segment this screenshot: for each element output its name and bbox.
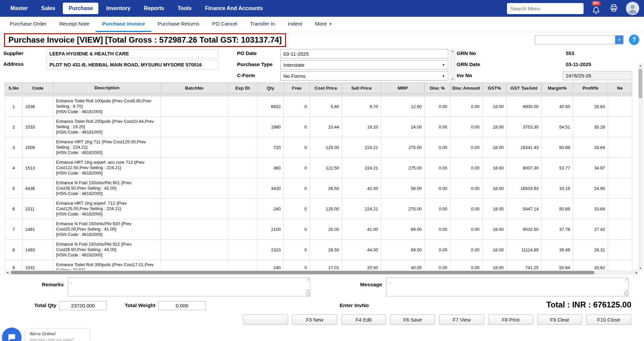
column-header-free[interactable]: Free	[284, 83, 310, 93]
column-header-margin[interactable]: Margin%	[542, 83, 573, 93]
table-row-2[interactable]: 21533Enhance Toilet Roll 200pulls {Prev …	[5, 117, 632, 137]
column-header-qty[interactable]: Qty	[258, 83, 284, 93]
column-header-profit[interactable]: Profit%	[573, 83, 608, 93]
cell-profit: 33.64	[573, 137, 608, 158]
user-avatar[interactable]	[626, 2, 639, 15]
topnav-item-sales[interactable]: Sales	[36, 3, 61, 14]
scroll-down-icon[interactable]: ▼	[625, 289, 628, 292]
column-header-exp[interactable]: Exp Dt	[228, 83, 258, 93]
subnav-item-indent[interactable]: Indent	[281, 17, 309, 32]
table-row-8[interactable]: 81493Enhance N Fold 150shts/Pkt 922 {Pre…	[5, 240, 632, 260]
column-header-gsttax[interactable]: GST TaxAmt	[507, 83, 542, 93]
table-row-1[interactable]: 11536Enhance Toilet Roll 100pulls {Prev …	[5, 96, 632, 117]
table-row-9[interactable]: 91532Enhance Toilet Roll 350pulls {Prev …	[5, 260, 632, 270]
dropdown-arrow-icon[interactable]: ▼	[615, 36, 623, 44]
column-header-sell[interactable]: Sell Price	[342, 83, 381, 93]
column-header-mrp[interactable]: MRP	[381, 83, 425, 93]
chat-widget-button[interactable]	[2, 328, 21, 341]
topnav-item-reports[interactable]: Reports	[138, 3, 170, 14]
cell-qty: 3430	[258, 178, 284, 199]
subnav-item-purchase-order[interactable]: Purchase Order	[3, 17, 53, 32]
form-scrollbar[interactable]: ▲ ▼	[450, 49, 455, 81]
column-header-discamt[interactable]: Disc Amount	[450, 83, 482, 93]
cell-net	[608, 117, 632, 137]
supplier-field[interactable]: LEEFA HYGIENE & HEALTH CARE	[46, 49, 218, 58]
blank-button[interactable]	[243, 314, 288, 325]
topnav-item-tools[interactable]: Tools	[172, 3, 197, 14]
scroll-up-icon[interactable]: ▲	[625, 278, 628, 281]
cell-batch	[161, 158, 228, 178]
chat-status-bubble: We're Online! How may I help you today?	[26, 329, 89, 341]
notifications-button[interactable]: 99+	[590, 1, 602, 16]
cell-sno: 1	[5, 96, 22, 117]
help-button[interactable]: ?	[629, 35, 639, 45]
column-header-disc[interactable]: Disc %	[425, 83, 450, 93]
f6-save-button[interactable]: F6 Save	[390, 314, 435, 325]
column-header-gst[interactable]: GST%	[482, 83, 507, 93]
address-field[interactable]: PLOT NO 431-B, HEBBAL MAIN ROAD, MYSURU …	[46, 60, 218, 69]
cell-sell: 224.21	[342, 199, 381, 219]
purchase-type-select[interactable]: Interstate ▼	[280, 60, 448, 69]
invoice-header-form: Supplier LEEFA HYGIENE & HEALTH CARE Add…	[0, 48, 644, 83]
column-header-net[interactable]: Ne	[608, 83, 632, 93]
table-row-4[interactable]: 41513Enhance HRT 1Kg w/perf. w/o core 71…	[5, 158, 632, 178]
f3-new-button[interactable]: F3 New	[292, 314, 337, 325]
scroll-up-icon[interactable]: ▲	[638, 63, 643, 68]
subnav-item-more[interactable]: More ▼	[309, 17, 338, 32]
remarks-textarea[interactable]: . ▲ ▼	[68, 278, 310, 296]
f10-close-button[interactable]: F10 Close	[586, 314, 631, 325]
topnav-item-purchase[interactable]: Purchase	[63, 3, 98, 14]
subnav-item-receipt-note[interactable]: Receipt Note	[53, 17, 96, 32]
table-row-5[interactable]: 54436Enhance N Fold 150shts/Pkt 901 {Pre…	[5, 178, 632, 199]
c-form-select[interactable]: No Forms ▼	[280, 71, 448, 81]
scroll-up-icon[interactable]: ▲	[451, 50, 454, 53]
search-menu-input[interactable]	[507, 3, 584, 14]
scroll-left-icon[interactable]: ◄	[5, 270, 10, 275]
table-vertical-scrollbar[interactable]: ▲ ▼	[638, 63, 643, 271]
resize-grip-icon[interactable]	[306, 292, 310, 296]
subnav-item-purchase-returns[interactable]: Purchase Returns	[151, 17, 206, 32]
subnav-item-transfer-in[interactable]: Transfer In	[244, 17, 281, 32]
topnav-item-finance-and-accounts[interactable]: Finance And Accounts	[199, 3, 268, 14]
cell-qty: 240	[258, 260, 284, 270]
scroll-down-icon[interactable]: ▼	[451, 78, 454, 81]
cell-discamt: 0.00	[450, 178, 482, 199]
cell-qty: 360	[258, 158, 284, 178]
f8-print-button[interactable]: F8 Print	[488, 314, 533, 325]
scroll-down-icon[interactable]: ▼	[307, 289, 309, 292]
message-textarea[interactable]: . ▲ ▼	[386, 278, 629, 296]
cell-discamt: 0.00	[450, 219, 482, 240]
vertical-scroll-thumb[interactable]	[639, 69, 642, 98]
scroll-right-icon[interactable]: ►	[634, 270, 639, 275]
cell-qty: 1980	[258, 117, 284, 137]
f4-edit-button[interactable]: F4 Edit	[341, 314, 386, 325]
column-header-code[interactable]: Code	[22, 83, 53, 93]
inv-no-input[interactable]: 2476/25-26	[563, 71, 632, 80]
cell-sno: 8	[5, 240, 22, 260]
invoice-select-dropdown[interactable]: ▼	[535, 35, 624, 44]
cell-profit: 34.97	[573, 158, 608, 178]
table-row-7[interactable]: 71491Enhance N Fold 150shts/Pkt 920 {Pre…	[5, 219, 632, 240]
table-row-3[interactable]: 31509Enhance HRT 1Kg 711 {Prev Cost125.0…	[5, 137, 632, 158]
f7-view-button[interactable]: F7 View	[439, 314, 484, 325]
horizontal-scroll-thumb[interactable]	[11, 271, 594, 274]
chat-greeting-text: How may I help you today?	[30, 338, 85, 341]
table-horizontal-scrollbar[interactable]: ◄ ►	[5, 270, 639, 275]
column-header-desc[interactable]: Description	[53, 83, 161, 93]
cell-profit: 28.31	[573, 240, 608, 260]
print-button[interactable]	[609, 3, 619, 13]
scroll-down-icon[interactable]: ▼	[638, 266, 643, 271]
subnav-item-po-cancel[interactable]: PO Cancel	[206, 17, 244, 32]
resize-grip-icon[interactable]	[624, 292, 628, 296]
topnav-item-master[interactable]: Master	[5, 3, 34, 14]
subnav-item-purchase-invoice[interactable]: Purchase Invoice	[96, 17, 151, 32]
table-row-6[interactable]: 61511Enhance HRT 1Kg w/perf. 712 {Prev C…	[5, 199, 632, 219]
column-header-cost[interactable]: Cost Price	[310, 83, 342, 93]
column-header-batch[interactable]: BatchNo	[161, 83, 228, 93]
cell-net	[608, 158, 632, 178]
f9-clear-button[interactable]: F9 Clear	[537, 314, 582, 325]
column-header-sno[interactable]: S.No	[5, 83, 22, 93]
po-date-input[interactable]: 03-11-2025	[280, 49, 448, 58]
scroll-up-icon[interactable]: ▲	[307, 278, 309, 281]
topnav-item-inventory[interactable]: Inventory	[100, 3, 136, 14]
